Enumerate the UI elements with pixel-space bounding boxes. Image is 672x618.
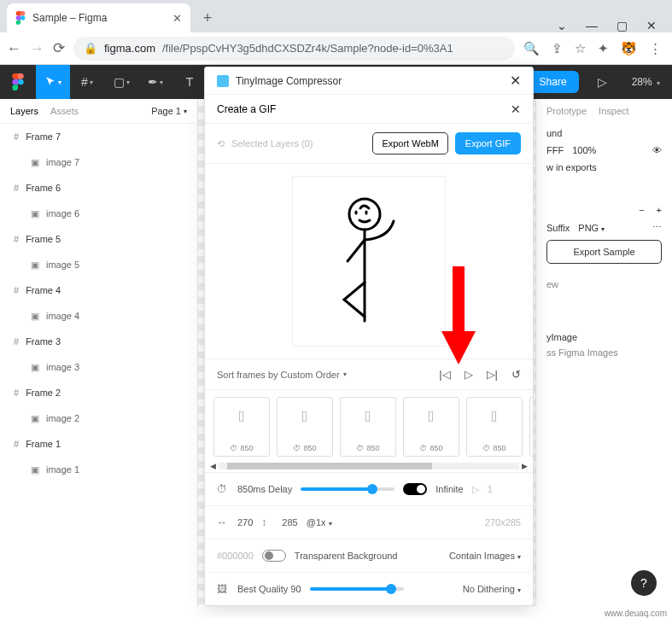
frame-thumb[interactable]: 𓀡⏱850 bbox=[277, 397, 333, 457]
thumb-preview-icon: 𓀡 bbox=[302, 408, 308, 426]
minimize-icon[interactable]: — bbox=[586, 19, 598, 32]
svg-point-0 bbox=[20, 15, 25, 20]
frame-icon: # bbox=[14, 439, 19, 449]
shape-tool[interactable]: ▢▾ bbox=[104, 65, 138, 99]
export-button[interactable]: Export Sample bbox=[546, 240, 662, 264]
layer-frame[interactable]: #Frame 3 bbox=[0, 329, 197, 354]
caret-down-icon[interactable]: ⌄ bbox=[557, 19, 567, 32]
extensions-icon[interactable]: ✦ bbox=[598, 41, 609, 56]
lock-icon: 🔒 bbox=[84, 42, 97, 55]
contain-images-select[interactable]: Contain Images ▾ bbox=[449, 551, 521, 561]
share-icon[interactable]: ⇪ bbox=[552, 41, 563, 56]
layer-frame[interactable]: #Frame 4 bbox=[0, 277, 197, 303]
export-gif-button[interactable]: Export GIF bbox=[455, 132, 521, 154]
close-plugin-icon[interactable]: ✕ bbox=[510, 73, 521, 89]
width-value[interactable]: 270 bbox=[237, 517, 253, 528]
layer-image[interactable]: ▣image 1 bbox=[0, 457, 197, 482]
visibility-icon[interactable]: 👁 bbox=[652, 145, 662, 155]
page-selector[interactable]: Page 1▾ bbox=[151, 106, 187, 116]
layer-frame[interactable]: #Frame 6 bbox=[0, 175, 197, 201]
star-icon[interactable]: ☆ bbox=[575, 41, 586, 56]
bg-color-input[interactable]: #000000 bbox=[217, 551, 254, 561]
help-button[interactable]: ? bbox=[631, 570, 657, 596]
suffix-label[interactable]: Suffix bbox=[546, 223, 570, 233]
next-frame-icon[interactable]: ▷| bbox=[487, 368, 498, 381]
inspect-tab[interactable]: Inspect bbox=[599, 106, 628, 116]
image-icon: ▣ bbox=[31, 413, 39, 424]
more-icon[interactable]: ⋯ bbox=[652, 222, 662, 233]
delay-slider[interactable] bbox=[301, 487, 394, 491]
timer-icon: ⏱ bbox=[217, 483, 229, 495]
selected-layers-label: ⟲ Selected Layers (0) bbox=[217, 138, 365, 149]
height-value[interactable]: 285 bbox=[282, 517, 297, 528]
prototype-tab[interactable]: Prototype bbox=[546, 106, 587, 116]
url-box[interactable]: 🔒 figma.com /file/PpspCvHY3g5dhdCXSDZr4k… bbox=[73, 37, 515, 61]
bg-color[interactable]: FFF bbox=[546, 145, 564, 155]
quality-slider[interactable] bbox=[310, 587, 404, 591]
pen-tool[interactable]: ✒▾ bbox=[138, 65, 172, 99]
image-icon: ▣ bbox=[31, 464, 39, 475]
prev-frame-icon[interactable]: |◁ bbox=[439, 368, 450, 381]
layer-image[interactable]: ▣image 2 bbox=[0, 405, 197, 431]
maximize-icon[interactable]: ▢ bbox=[616, 19, 628, 32]
layers-tab[interactable]: Layers bbox=[10, 106, 38, 116]
layer-image[interactable]: ▣image 6 bbox=[0, 201, 197, 226]
layer-image[interactable]: ▣image 3 bbox=[0, 354, 197, 380]
share-button[interactable]: Share bbox=[528, 71, 579, 93]
minus-icon[interactable]: − bbox=[639, 205, 644, 215]
design-panel: Prototype Inspect und FFF100%👁 w in expo… bbox=[535, 99, 672, 606]
refresh-icon[interactable]: ⟲ bbox=[217, 138, 225, 149]
menu-icon[interactable]: ⋮ bbox=[649, 41, 662, 56]
layer-frame[interactable]: #Frame 1 bbox=[0, 431, 197, 457]
layer-image[interactable]: ▣image 4 bbox=[0, 303, 197, 329]
scale-select[interactable]: @1x ▾ bbox=[307, 517, 332, 528]
scroll-left-icon[interactable]: ◀ bbox=[210, 462, 216, 470]
loop-count[interactable]: 1 bbox=[488, 484, 493, 494]
sort-order-select[interactable]: Sort frames by Custom Order▾ bbox=[217, 370, 439, 380]
assets-tab[interactable]: Assets bbox=[50, 106, 79, 116]
new-tab-button[interactable]: + bbox=[196, 6, 219, 30]
layer-image[interactable]: ▣image 7 bbox=[0, 149, 197, 175]
play-icon[interactable]: ▷ bbox=[465, 368, 473, 381]
layer-image[interactable]: ▣image 5 bbox=[0, 252, 197, 277]
close-gif-panel-icon[interactable]: ✕ bbox=[511, 102, 521, 116]
frame-icon: # bbox=[14, 285, 19, 295]
preview-label: ew bbox=[546, 279, 662, 289]
close-tab-icon[interactable]: ✕ bbox=[172, 12, 182, 25]
frame-tool[interactable]: #▾ bbox=[70, 65, 104, 99]
present-icon[interactable]: ▷ bbox=[586, 65, 620, 99]
frame-thumb[interactable]: 𓀡⏱850 bbox=[403, 397, 459, 457]
frame-thumb[interactable]: 𓀡⏱850 bbox=[466, 397, 523, 457]
layer-frame[interactable]: #Frame 5 bbox=[0, 226, 197, 252]
frame-thumb[interactable]: 𓀡⏱850 bbox=[529, 397, 533, 457]
move-tool[interactable]: ▾ bbox=[36, 65, 70, 99]
zoom-level[interactable]: 28% ▾ bbox=[620, 76, 672, 88]
export-webm-button[interactable]: Export WebM bbox=[372, 132, 447, 154]
thumbs-scrollbar[interactable]: ◀ ▶ bbox=[205, 460, 533, 472]
timer-small-icon: ⏱ bbox=[230, 444, 237, 452]
show-in-exports[interactable]: w in exports bbox=[546, 162, 597, 172]
browser-tab[interactable]: Sample – Figma ✕ bbox=[7, 3, 190, 32]
frame-thumb[interactable]: 𓀡⏱850 bbox=[340, 397, 396, 457]
zoom-icon[interactable]: 🔍 bbox=[523, 41, 540, 56]
transparent-bg-toggle[interactable] bbox=[262, 550, 286, 562]
scroll-right-icon[interactable]: ▶ bbox=[522, 462, 528, 470]
play-once-icon[interactable]: ▷ bbox=[472, 484, 479, 495]
format-select[interactable]: PNG ▾ bbox=[578, 223, 605, 233]
close-window-icon[interactable]: ✕ bbox=[646, 19, 657, 32]
transparent-bg-label: Transparent Background bbox=[295, 551, 398, 561]
layer-frame[interactable]: #Frame 2 bbox=[0, 380, 197, 405]
plus-icon[interactable]: + bbox=[657, 205, 662, 215]
dithering-select[interactable]: No Dithering ▾ bbox=[463, 584, 521, 594]
loop-icon[interactable]: ↺ bbox=[511, 368, 521, 381]
infinite-toggle[interactable] bbox=[403, 483, 427, 495]
profile-icon[interactable]: 🐯 bbox=[621, 41, 637, 56]
frame-thumb[interactable]: 𓀡⏱850 bbox=[213, 397, 270, 457]
frame-icon: # bbox=[14, 336, 19, 347]
reload-icon[interactable]: ⟳ bbox=[53, 39, 65, 57]
figma-menu-icon[interactable] bbox=[0, 65, 36, 99]
back-icon[interactable]: ← bbox=[7, 40, 21, 57]
bg-opacity[interactable]: 100% bbox=[572, 145, 596, 155]
layer-frame[interactable]: #Frame 7 bbox=[0, 124, 197, 149]
text-tool[interactable]: T bbox=[172, 65, 207, 99]
